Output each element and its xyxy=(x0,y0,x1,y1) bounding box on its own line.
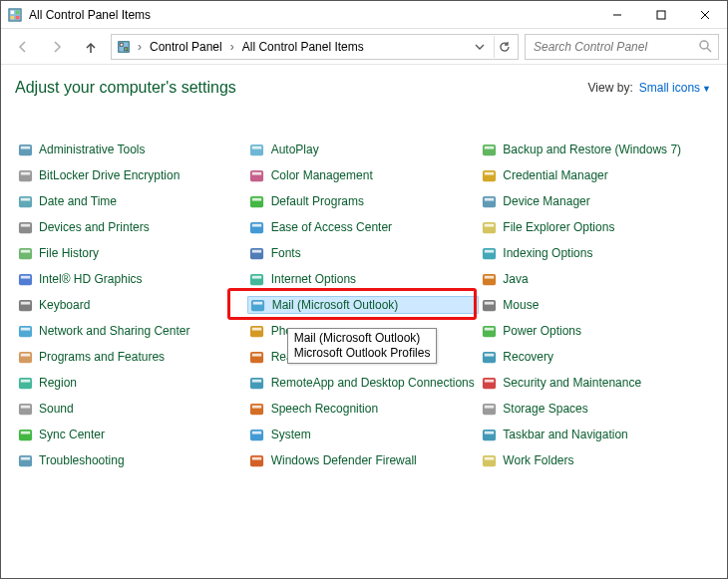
item-administrative-tools[interactable]: Administrative Tools xyxy=(15,141,247,158)
item-intel-hd[interactable]: Intel® HD Graphics xyxy=(15,270,247,288)
breadcrumb-current[interactable]: All Control Panel Items xyxy=(240,38,366,56)
item-autoplay[interactable]: AutoPlay xyxy=(247,141,480,158)
item-remoteapp[interactable]: RemoteApp and Desktop Connections xyxy=(247,374,480,392)
workfolder-icon xyxy=(481,452,497,468)
item-file-history[interactable]: File History xyxy=(15,244,247,262)
svg-rect-75 xyxy=(483,247,496,258)
svg-rect-35 xyxy=(18,403,31,414)
item-java[interactable]: Java xyxy=(479,270,711,288)
svg-rect-11 xyxy=(120,43,123,46)
search-box[interactable] xyxy=(525,34,719,60)
item-taskbar-nav[interactable]: Taskbar and Navigation xyxy=(479,426,711,443)
item-ease-access[interactable]: Ease of Access Center xyxy=(247,218,480,236)
svg-rect-68 xyxy=(485,145,494,148)
column-2: Backup and Restore (Windows 7)Credential… xyxy=(479,141,711,469)
item-label: Mail (Microsoft Outlook) xyxy=(272,298,399,312)
item-region[interactable]: Region xyxy=(15,374,247,392)
search-input[interactable] xyxy=(532,39,698,55)
svg-rect-65 xyxy=(250,454,263,465)
item-device-manager[interactable]: Device Manager xyxy=(479,192,711,210)
item-speech[interactable]: Speech Recognition xyxy=(247,400,480,418)
item-system[interactable]: System xyxy=(247,426,480,443)
item-mouse[interactable]: Mouse xyxy=(479,296,711,314)
svg-rect-69 xyxy=(483,169,496,180)
tooltip-line2: Microsoft Outlook Profiles xyxy=(294,346,431,361)
item-label: Device Manager xyxy=(503,194,589,208)
item-label: Mouse xyxy=(503,298,539,312)
svg-rect-18 xyxy=(20,171,29,174)
svg-rect-59 xyxy=(250,377,263,388)
up-button[interactable] xyxy=(77,33,105,61)
forward-button[interactable] xyxy=(43,33,71,61)
svg-rect-51 xyxy=(250,273,263,284)
back-button[interactable] xyxy=(9,33,37,61)
svg-rect-38 xyxy=(20,431,29,434)
item-date-time[interactable]: Date and Time xyxy=(15,192,247,210)
item-defender-firewall[interactable]: Windows Defender Firewall xyxy=(247,451,480,469)
item-credential-manager[interactable]: Credential Manager xyxy=(479,166,711,184)
address-dropdown-button[interactable] xyxy=(470,36,490,58)
item-internet-options[interactable]: Internet Options xyxy=(247,270,480,288)
item-keyboard[interactable]: Keyboard xyxy=(15,296,247,314)
column-1: AutoPlayColor ManagementDefault Programs… xyxy=(247,141,480,469)
item-default-programs[interactable]: Default Programs xyxy=(247,192,480,210)
font-icon xyxy=(249,245,265,261)
item-mail[interactable]: Mail (Microsoft Outlook) xyxy=(247,296,480,314)
item-label: File Explorer Options xyxy=(503,220,614,234)
item-work-folders[interactable]: Work Folders xyxy=(479,451,711,469)
svg-rect-32 xyxy=(20,353,29,356)
svg-rect-44 xyxy=(252,171,261,174)
breadcrumb-root[interactable]: Control Panel xyxy=(148,38,224,56)
item-programs-features[interactable]: Programs and Features xyxy=(15,348,247,366)
item-label: Sound xyxy=(39,402,74,416)
address-box[interactable]: › Control Panel › All Control Panel Item… xyxy=(111,34,519,60)
item-sync-center[interactable]: Sync Center xyxy=(15,426,247,443)
device-icon xyxy=(481,193,497,209)
item-backup-restore[interactable]: Backup and Restore (Windows 7) xyxy=(479,141,711,158)
close-button[interactable] xyxy=(683,1,727,29)
svg-rect-22 xyxy=(20,223,29,226)
item-security-maintenance[interactable]: Security and Maintenance xyxy=(479,374,711,392)
item-label: Credential Manager xyxy=(503,168,607,182)
svg-rect-25 xyxy=(18,273,31,284)
viewby-dropdown[interactable]: Small icons▼ xyxy=(639,81,711,95)
item-troubleshooting[interactable]: Troubleshooting xyxy=(15,451,247,469)
item-sound[interactable]: Sound xyxy=(15,400,247,418)
svg-rect-6 xyxy=(657,11,665,19)
item-network-sharing[interactable]: Network and Sharing Center xyxy=(15,322,247,340)
remote-icon xyxy=(249,375,265,391)
maximize-button[interactable] xyxy=(639,1,683,29)
item-recovery[interactable]: Recovery xyxy=(479,348,711,366)
minimize-button[interactable] xyxy=(595,1,639,29)
item-color-management[interactable]: Color Management xyxy=(247,166,480,184)
network-icon xyxy=(17,323,33,339)
item-indexing[interactable]: Indexing Options xyxy=(479,244,711,262)
item-fonts[interactable]: Fonts xyxy=(247,244,480,262)
mouse-icon xyxy=(481,297,497,313)
item-bitlocker[interactable]: BitLocker Drive Encryption xyxy=(15,166,247,184)
svg-rect-50 xyxy=(252,249,261,252)
svg-rect-87 xyxy=(483,403,496,414)
svg-rect-86 xyxy=(485,379,494,382)
tools-icon xyxy=(17,142,33,157)
flag-icon xyxy=(481,375,497,391)
item-label: System xyxy=(271,428,311,441)
svg-rect-39 xyxy=(18,454,31,465)
control-panel-small-icon xyxy=(116,39,132,55)
svg-rect-83 xyxy=(483,351,496,362)
svg-point-13 xyxy=(700,41,708,49)
item-label: AutoPlay xyxy=(271,143,319,156)
item-devices-printers[interactable]: Devices and Printers xyxy=(15,218,247,236)
refresh-button[interactable] xyxy=(494,36,514,58)
item-power-options[interactable]: Power Options xyxy=(479,322,711,340)
svg-rect-48 xyxy=(252,223,261,226)
svg-rect-29 xyxy=(18,325,31,336)
item-label: Internet Options xyxy=(271,272,356,286)
svg-rect-74 xyxy=(485,223,494,226)
item-file-explorer-options[interactable]: File Explorer Options xyxy=(479,218,711,236)
check-icon xyxy=(249,193,265,209)
svg-rect-24 xyxy=(20,249,29,252)
clock-icon xyxy=(17,193,33,209)
item-storage-spaces[interactable]: Storage Spaces xyxy=(479,400,711,418)
svg-rect-73 xyxy=(483,221,496,232)
